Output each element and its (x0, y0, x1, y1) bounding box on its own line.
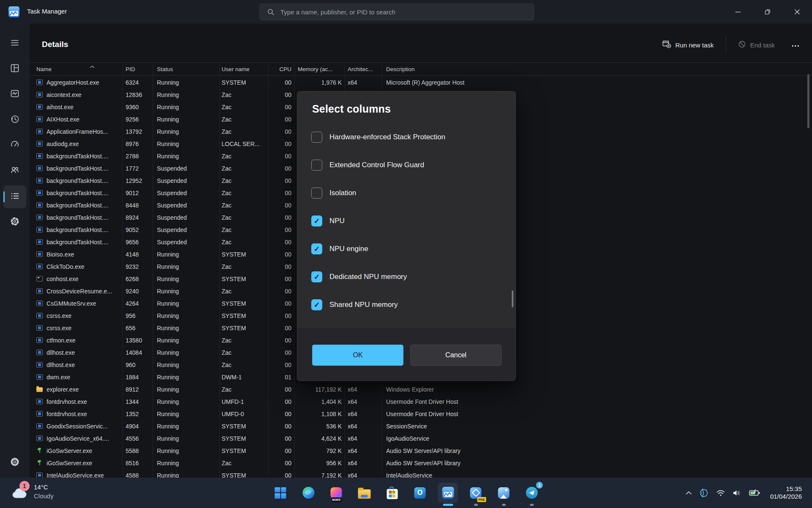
process-name-cell: iGoSwServer.exe (30, 447, 122, 454)
status-cell: Running (153, 460, 219, 467)
m365-badge: M365 (331, 497, 341, 502)
process-icon (36, 202, 43, 208)
column-option[interactable]: Shared NPU memory (297, 291, 516, 319)
sidebar-item-app-history[interactable] (3, 110, 26, 129)
process-name-cell: dllhost.exe (30, 349, 122, 356)
weather-widget[interactable]: 1 14°C Cloudy (11, 483, 54, 502)
performance-icon (10, 88, 20, 100)
taskbar-item-edge[interactable] (299, 483, 318, 503)
clock[interactable]: 15:35 01/04/2026 (770, 485, 806, 500)
cpu-cell: 00 (268, 165, 294, 172)
close-button[interactable] (782, 0, 812, 24)
checkbox[interactable] (311, 215, 322, 226)
end-task-button[interactable]: End task (732, 36, 781, 53)
checkbox[interactable] (311, 299, 322, 310)
status-cell: Running (153, 472, 219, 478)
table-row[interactable]: fontdrvhost.exe 1344 Running UMFD-1 00 1… (30, 395, 812, 408)
sidebar-item-settings[interactable] (3, 453, 26, 472)
architecture-cell: x64 (344, 386, 382, 393)
table-row[interactable]: IntelAudioService.exe 4588 Running SYSTE… (30, 469, 812, 478)
search-input[interactable]: Type a name, publisher, or PID to search (259, 3, 534, 20)
column-header-pid[interactable]: PID (122, 66, 153, 72)
start-button[interactable] (271, 483, 291, 503)
checkbox-label: Hardware-enforced Stack Protection (329, 133, 445, 141)
run-new-task-button[interactable]: Run new task (656, 36, 720, 53)
sidebar-item-processes[interactable] (3, 60, 26, 78)
user-name-cell: Zac (219, 226, 268, 233)
battery-charging-icon[interactable] (749, 489, 760, 497)
description-cell: Usermode Font Driver Host (382, 411, 812, 417)
taskbar-item-outlook[interactable]: O (410, 483, 430, 503)
column-option[interactable]: Dedicated NPU memory (297, 263, 516, 291)
taskbar-item-telegram[interactable]: 1 (522, 483, 542, 503)
cpu-cell: 00 (268, 79, 294, 86)
column-option[interactable]: NPU (297, 207, 516, 235)
taskbar-item-photos[interactable] (494, 483, 514, 503)
table-row[interactable]: iGoSwServer.exe 5588 Running SYSTEM 00 7… (30, 444, 812, 457)
process-icon (36, 313, 43, 318)
cloud-icon (11, 495, 30, 502)
checkbox[interactable] (311, 243, 322, 254)
column-header-description[interactable]: Description (382, 66, 812, 72)
taskbar-item-dev-preview[interactable]: PRE (466, 483, 486, 503)
sidebar-item-services[interactable] (3, 213, 26, 232)
checkbox[interactable] (311, 271, 322, 282)
process-name-cell: backgroundTaskHost.... (30, 226, 122, 233)
sidebar-item-performance[interactable] (3, 85, 26, 104)
minimize-button[interactable] (723, 0, 753, 24)
pid-cell: 1884 (122, 374, 153, 381)
process-icon (36, 460, 43, 466)
table-row[interactable]: iGoSwServer.exe 8516 Running Zac 00 956 … (30, 457, 812, 469)
taskbar-item-microsoft-store[interactable] (382, 483, 402, 503)
column-header-status[interactable]: Status (153, 66, 219, 72)
cancel-button[interactable]: Cancel (410, 345, 502, 366)
column-option[interactable]: Hardware-enforced Stack Protection (297, 123, 516, 151)
architecture-cell: x64 (344, 398, 382, 405)
column-header-user-name[interactable]: User name (219, 66, 268, 72)
checkbox[interactable] (311, 132, 322, 143)
column-header-name[interactable]: Name (30, 66, 122, 72)
active-app-indicator (443, 504, 453, 506)
status-cell: Suspended (153, 202, 219, 209)
column-header-cpu[interactable]: CPU (268, 66, 294, 72)
table-row[interactable]: fontdrvhost.exe 1352 Running UMFD-0 00 1… (30, 408, 812, 420)
copilot-icon[interactable] (699, 488, 709, 498)
wifi-icon[interactable] (716, 489, 725, 497)
ok-button[interactable]: OK (312, 345, 403, 366)
column-header-architecture[interactable]: Architec... (344, 66, 382, 72)
pid-cell: 13580 (122, 337, 153, 344)
user-name-cell: Zac (219, 386, 268, 393)
column-option[interactable]: Isolation (297, 179, 516, 207)
user-name-cell: SYSTEM (219, 312, 268, 319)
cpu-cell: 00 (268, 325, 294, 331)
taskbar-item-file-explorer[interactable] (354, 483, 374, 503)
table-row[interactable]: GoodixSessionServic... 4904 Running SYST… (30, 420, 812, 432)
pid-cell: 4264 (122, 300, 153, 307)
table-scrollbar-thumb[interactable] (807, 74, 809, 128)
process-icon (36, 215, 43, 220)
taskbar-item-m365-copilot[interactable]: M365 (326, 483, 346, 503)
process-name-cell: dwm.exe (30, 374, 122, 381)
volume-icon[interactable] (732, 489, 742, 497)
table-row[interactable]: explorer.exe 8912 Running Zac 00 117,192… (30, 383, 812, 395)
process-name-cell: backgroundTaskHost.... (30, 202, 122, 209)
tray-chevron-up-icon[interactable] (686, 491, 692, 495)
taskbar-item-task-manager[interactable] (438, 483, 458, 503)
sidebar-item-startup-apps[interactable] (3, 136, 26, 155)
checkbox[interactable] (311, 188, 322, 199)
sidebar-menu-button[interactable] (3, 34, 26, 53)
column-option[interactable]: Extended Control Flow Guard (297, 151, 516, 179)
process-icon (36, 141, 43, 146)
table-row[interactable]: IgoAudioService_x64.... 4556 Running SYS… (30, 432, 812, 444)
dialog-scrollbar-thumb[interactable] (512, 290, 513, 307)
sidebar-item-details[interactable] (3, 185, 26, 208)
cpu-cell: 00 (268, 288, 294, 295)
table-row[interactable]: AggregatorHost.exe 6324 Running SYSTEM 0… (30, 76, 812, 88)
checkbox[interactable] (311, 160, 322, 171)
sidebar-item-users[interactable] (3, 161, 26, 180)
process-name-cell: backgroundTaskHost.... (30, 190, 122, 196)
more-options-button[interactable] (787, 37, 804, 52)
column-header-memory[interactable]: Memory (ac... (294, 66, 344, 72)
column-option[interactable]: NPU engine (297, 235, 516, 263)
maximize-restore-button[interactable] (753, 0, 782, 24)
